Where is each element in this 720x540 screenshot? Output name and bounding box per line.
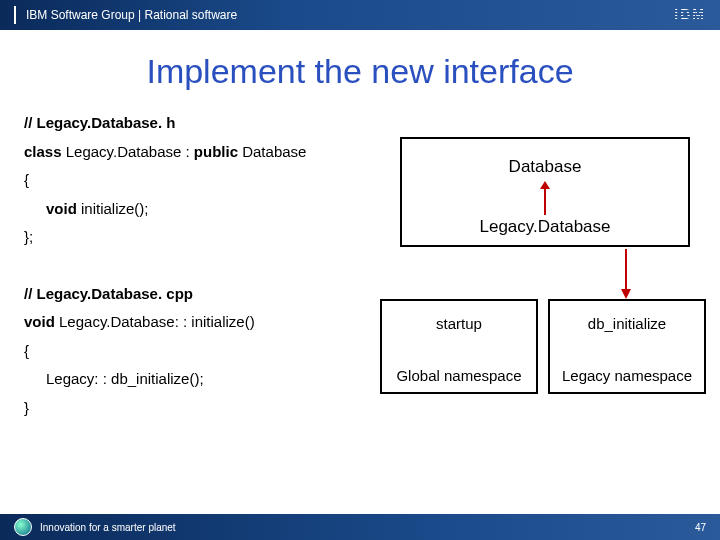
- svg-marker-1: [540, 181, 550, 189]
- box-label: Global namespace: [382, 367, 536, 384]
- header-bar: IBM Software Group | Rational software I…: [0, 0, 720, 30]
- code-text: Legacy.Database: : initialize(): [55, 313, 255, 330]
- page-title: Implement the new interface: [0, 52, 720, 91]
- diagram-label-database: Database: [402, 157, 688, 177]
- code-text: initialize();: [77, 200, 149, 217]
- code-text: Database: [238, 143, 306, 160]
- footer-bar: Innovation for a smarter planet 47: [0, 514, 720, 540]
- content-area: // Legacy.Database. h class Legacy.Datab…: [0, 109, 720, 422]
- box-label: startup: [382, 315, 536, 332]
- box-label: db_initialize: [550, 315, 704, 332]
- code-brace: }: [24, 394, 696, 423]
- keyword: void: [24, 313, 55, 330]
- header-divider: [14, 6, 16, 24]
- arrow-down-icon: [618, 249, 634, 299]
- box-global-namespace: startup Global namespace: [380, 299, 538, 394]
- svg-marker-3: [621, 289, 631, 299]
- inheritance-arrow-icon: [537, 181, 553, 215]
- diagram-class-box: Database Legacy.Database: [400, 137, 690, 247]
- keyword: void: [46, 200, 77, 217]
- diagram-label-legacy: Legacy.Database: [402, 217, 688, 237]
- page-number: 47: [695, 522, 706, 533]
- breadcrumb: IBM Software Group | Rational software: [26, 8, 237, 22]
- keyword: public: [194, 143, 238, 160]
- code-comment: // Legacy.Database. h: [24, 109, 696, 138]
- globe-icon: [14, 518, 32, 536]
- keyword: class: [24, 143, 62, 160]
- box-label: Legacy namespace: [550, 367, 704, 384]
- box-legacy-namespace: db_initialize Legacy namespace: [548, 299, 706, 394]
- ibm-logo: IBM: [674, 6, 706, 22]
- code-text: Legacy.Database :: [62, 143, 194, 160]
- footer-tagline: Innovation for a smarter planet: [40, 522, 176, 533]
